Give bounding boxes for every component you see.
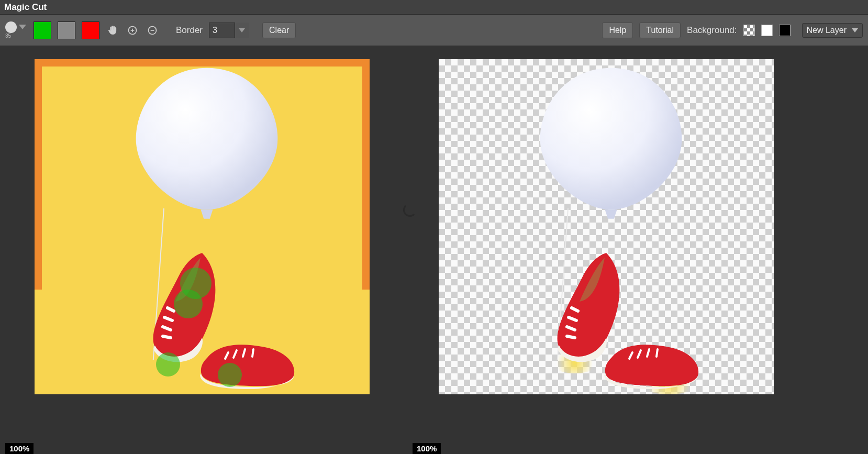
foreground-brush-mark xyxy=(218,363,242,387)
zoom-out-icon[interactable] xyxy=(146,24,159,37)
title-bar: Magic Cut xyxy=(0,0,868,15)
zoom-level-left[interactable]: 100% xyxy=(5,443,34,454)
background-swatch-white[interactable] xyxy=(761,25,773,36)
shoe-graphic xyxy=(197,342,296,389)
selection-border xyxy=(362,59,370,290)
border-stepper[interactable] xyxy=(209,23,249,38)
toolbar: 35 Border Clear Help Tutorial Background… xyxy=(0,15,868,46)
background-label: Background: xyxy=(687,25,737,36)
window-title: Magic Cut xyxy=(4,2,47,13)
chevron-down-icon xyxy=(852,28,858,32)
color-swatch-gray[interactable] xyxy=(58,21,75,39)
output-dropdown[interactable]: New Layer xyxy=(802,23,863,38)
shoe-graphic xyxy=(601,342,700,389)
zoom-in-icon[interactable] xyxy=(126,24,139,37)
hand-tool-icon[interactable] xyxy=(106,24,119,37)
color-swatch-red[interactable] xyxy=(82,21,99,39)
output-dropdown-label: New Layer xyxy=(807,26,847,35)
chevron-down-icon xyxy=(19,25,26,29)
source-canvas[interactable] xyxy=(35,59,370,394)
brush-dot-icon xyxy=(5,21,17,33)
foreground-brush-mark xyxy=(174,290,203,318)
balloon-graphic xyxy=(131,63,282,214)
tutorial-button[interactable]: Tutorial xyxy=(639,23,681,38)
balloon-graphic xyxy=(536,63,686,214)
background-swatch-black[interactable] xyxy=(779,25,791,36)
brush-size-picker[interactable]: 35 xyxy=(5,20,27,40)
zoom-level-right[interactable]: 100% xyxy=(413,443,441,454)
loading-spinner-icon xyxy=(403,203,417,217)
preview-canvas[interactable] xyxy=(439,59,774,394)
border-value-input[interactable] xyxy=(209,23,235,38)
chevron-down-icon[interactable] xyxy=(235,23,249,38)
help-button[interactable]: Help xyxy=(602,23,633,38)
clear-button[interactable]: Clear xyxy=(262,23,296,38)
foreground-brush-mark xyxy=(156,352,180,377)
border-label: Border xyxy=(176,25,203,36)
background-swatch-transparent[interactable] xyxy=(743,25,755,36)
color-swatch-green[interactable] xyxy=(34,21,51,39)
brush-size-value: 35 xyxy=(5,33,11,39)
workspace: 100% 100% xyxy=(0,46,868,454)
selection-border xyxy=(35,59,42,290)
